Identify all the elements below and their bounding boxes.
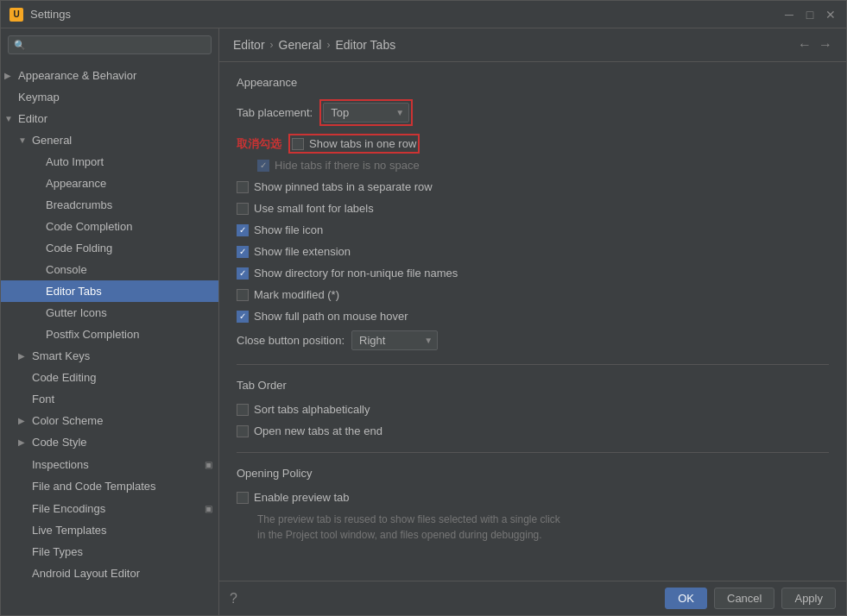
sidebar-item-label: File Encodings [32, 502, 105, 515]
close-button[interactable]: ✕ [824, 8, 838, 22]
window-controls: ─ □ ✕ [782, 8, 838, 22]
show-file-icon-row: Show file icon [237, 223, 829, 237]
open-new-tabs-label: Open new tabs at the end [254, 424, 382, 437]
hide-tabs-checkbox-wrapper[interactable]: Hide tabs if there is no space [257, 159, 420, 172]
sidebar-item-android-layout-editor[interactable]: Android Layout Editor [1, 563, 218, 584]
sidebar-item-editor[interactable]: ▼ Editor [1, 108, 218, 129]
enable-preview-row: Enable preview tab [237, 490, 829, 505]
sidebar-item-code-folding[interactable]: Code Folding [1, 237, 218, 259]
sidebar-item-postfix-completion[interactable]: Postfix Completion [1, 324, 218, 345]
sidebar-item-label: Gutter Icons [46, 306, 107, 319]
sidebar-item-label: File and Code Templates [32, 480, 156, 493]
sidebar-item-label: Code Folding [46, 242, 112, 255]
sidebar-item-inspections[interactable]: Inspections ▣ [1, 453, 218, 475]
sidebar-item-code-style[interactable]: ▶ Code Style [1, 431, 218, 453]
show-directory-checkbox[interactable] [237, 267, 249, 280]
sort-tabs-wrapper[interactable]: Sort tabs alphabetically [237, 403, 370, 416]
show-full-path-checkbox[interactable] [237, 311, 249, 323]
search-input[interactable] [29, 39, 205, 51]
show-tabs-checkbox-wrapper[interactable]: Show tabs in one row [292, 137, 416, 150]
show-pinned-tabs-checkbox[interactable] [237, 181, 249, 193]
preview-desc-line1: The preview tab is reused to show files … [257, 513, 560, 525]
sidebar-item-label: Code Style [32, 436, 87, 449]
breadcrumb-forward-button[interactable]: → [819, 37, 832, 53]
show-file-ext-row: Show file extension [237, 244, 829, 259]
sidebar-item-console[interactable]: Console [1, 259, 218, 280]
sidebar-item-keymap[interactable]: Keymap [1, 86, 218, 108]
tab-placement-select[interactable]: Top Bottom Left Right None [323, 103, 409, 123]
search-box[interactable]: 🔍 [8, 35, 212, 54]
separator-2 [237, 452, 829, 453]
sidebar-item-smart-keys[interactable]: ▶ Smart Keys [1, 345, 218, 367]
show-directory-wrapper[interactable]: Show directory for non-unique file names [237, 267, 458, 280]
sidebar-item-auto-import[interactable]: Auto Import [1, 151, 218, 173]
sidebar: 🔍 ▶ Appearance & Behavior Keymap [1, 28, 219, 615]
sidebar-item-code-completion[interactable]: Code Completion [1, 216, 218, 237]
annotation-text: 取消勾选 [237, 136, 281, 152]
sidebar-item-label: Appearance & Behavior [18, 69, 136, 82]
hide-tabs-checkbox[interactable] [257, 160, 269, 172]
sidebar-item-general[interactable]: ▼ General [1, 129, 218, 151]
tab-placement-select-wrapper: Top Bottom Left Right None ▼ [323, 103, 409, 123]
ok-button[interactable]: OK [665, 588, 707, 609]
cancel-button[interactable]: Cancel [714, 588, 774, 609]
close-btn-select-wrapper: Right Left Hidden ▼ [351, 330, 438, 350]
sidebar-item-font[interactable]: Font [1, 388, 218, 410]
sidebar-item-file-types[interactable]: File Types [1, 541, 218, 563]
tree-arrow: ▼ [4, 114, 18, 123]
show-full-path-wrapper[interactable]: Show full path on mouse hover [237, 310, 408, 323]
sidebar-item-gutter-icons[interactable]: Gutter Icons [1, 302, 218, 324]
show-full-path-label: Show full path on mouse hover [254, 310, 408, 323]
minimize-button[interactable]: ─ [782, 8, 796, 22]
breadcrumb-back-button[interactable]: ← [798, 37, 812, 53]
maximize-button[interactable]: □ [803, 8, 817, 22]
bottom-buttons: OK Cancel Apply [665, 588, 836, 609]
sidebar-item-live-templates[interactable]: Live Templates [1, 519, 218, 541]
preview-desc-line2: in the Project tool window, and files op… [257, 529, 542, 541]
small-font-checkbox[interactable] [237, 203, 249, 215]
show-file-ext-label: Show file extension [254, 245, 351, 258]
mark-modified-checkbox[interactable] [237, 289, 249, 301]
enable-preview-label: Enable preview tab [254, 491, 350, 504]
breadcrumb-editor: Editor [233, 38, 265, 52]
enable-preview-wrapper[interactable]: Enable preview tab [237, 491, 350, 504]
app-icon: U [9, 8, 23, 22]
separator-1 [237, 364, 829, 365]
sidebar-item-appearance[interactable]: Appearance [1, 173, 218, 194]
sidebar-item-label: Breadcrumbs [46, 198, 112, 211]
small-font-wrapper[interactable]: Use small font for labels [237, 202, 374, 215]
sidebar-item-code-editing[interactable]: Code Editing [1, 367, 218, 388]
sidebar-item-file-encodings[interactable]: File Encodings ▣ [1, 497, 218, 519]
open-new-tabs-checkbox[interactable] [237, 425, 249, 437]
show-file-icon-checkbox[interactable] [237, 224, 249, 236]
sidebar-item-breadcrumbs[interactable]: Breadcrumbs [1, 194, 218, 216]
sidebar-item-appearance-behavior[interactable]: ▶ Appearance & Behavior [1, 65, 218, 86]
help-button[interactable]: ? [230, 591, 237, 607]
sidebar-item-label: Smart Keys [32, 349, 90, 362]
open-new-tabs-wrapper[interactable]: Open new tabs at the end [237, 424, 382, 437]
breadcrumb-nav: ← → [798, 37, 832, 53]
show-file-ext-checkbox[interactable] [237, 246, 249, 258]
tree-arrow: ▶ [18, 437, 32, 447]
sidebar-item-label: Editor Tabs [46, 285, 102, 298]
sidebar-item-label: Code Editing [32, 371, 96, 384]
enable-preview-checkbox[interactable] [237, 492, 249, 504]
sidebar-item-file-code-templates[interactable]: File and Code Templates [1, 475, 218, 497]
sidebar-item-color-scheme[interactable]: ▶ Color Scheme [1, 410, 218, 431]
sort-tabs-checkbox[interactable] [237, 404, 249, 416]
sort-tabs-label: Sort tabs alphabetically [254, 403, 370, 416]
mark-modified-row: Mark modified (*) [237, 287, 829, 302]
show-file-ext-wrapper[interactable]: Show file extension [237, 245, 351, 258]
sidebar-item-editor-tabs[interactable]: Editor Tabs [1, 280, 218, 302]
show-pinned-tabs-wrapper[interactable]: Show pinned tabs in a separate row [237, 180, 433, 193]
show-tabs-one-row-checkbox[interactable] [292, 138, 304, 150]
close-btn-select[interactable]: Right Left Hidden [351, 330, 438, 350]
mark-modified-wrapper[interactable]: Mark modified (*) [237, 288, 339, 301]
sidebar-item-label: Code Completion [46, 220, 132, 233]
show-directory-row: Show directory for non-unique file names [237, 266, 829, 280]
hide-tabs-row: Hide tabs if there is no space [237, 158, 829, 173]
sidebar-item-label: Editor [18, 112, 47, 125]
apply-button[interactable]: Apply [781, 588, 836, 609]
preview-description: The preview tab is reused to show files … [237, 512, 829, 543]
show-file-icon-wrapper[interactable]: Show file icon [237, 223, 323, 236]
